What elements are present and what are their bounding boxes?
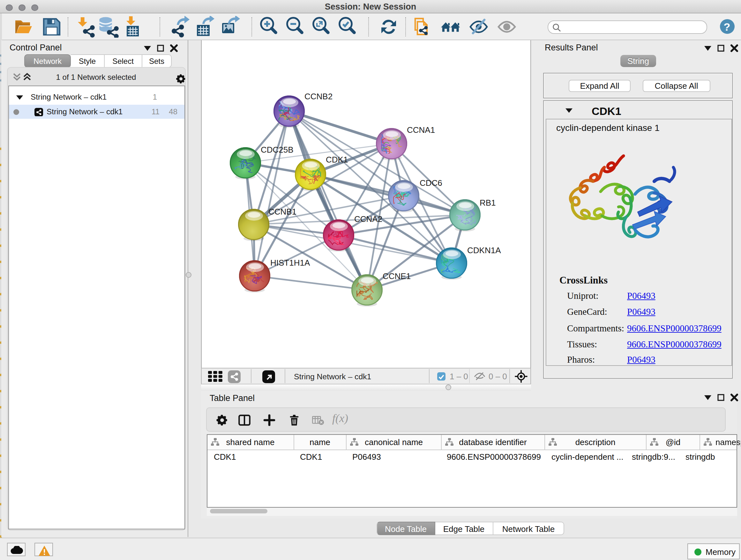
svg-text:CDK1: CDK1 <box>326 154 347 164</box>
svg-text:CDC25B: CDC25B <box>260 145 293 154</box>
svg-text:CCNA1: CCNA1 <box>407 125 434 134</box>
svg-text:CCNB1: CCNB1 <box>268 206 296 216</box>
svg-text:HIST1H1A: HIST1H1A <box>270 258 310 267</box>
svg-text:CDC6: CDC6 <box>419 178 442 187</box>
svg-text:CDKN1A: CDKN1A <box>467 245 501 255</box>
svg-text:RB1: RB1 <box>479 198 495 207</box>
svg-text:CCNB2: CCNB2 <box>304 91 332 101</box>
svg-text:CCNE1: CCNE1 <box>382 271 410 281</box>
svg-text:CCNA2: CCNA2 <box>354 214 382 224</box>
